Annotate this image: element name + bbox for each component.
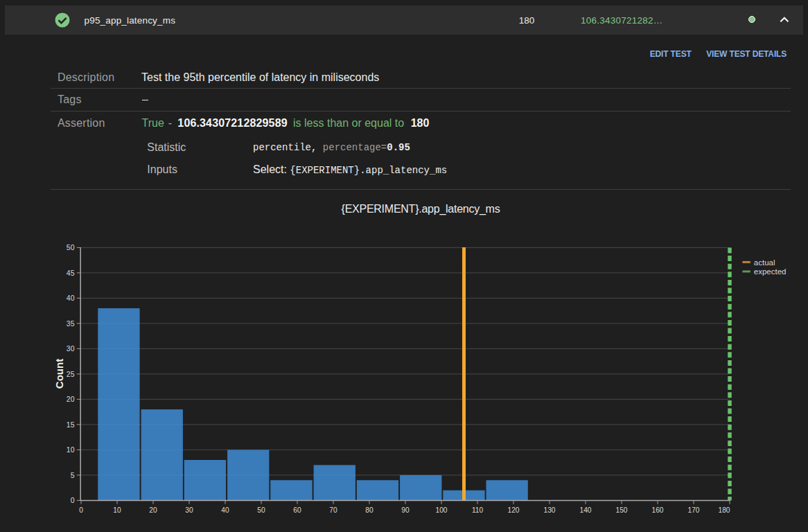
svg-text:140: 140 xyxy=(580,506,592,514)
svg-text:40: 40 xyxy=(67,294,75,302)
svg-text:110: 110 xyxy=(472,506,484,514)
svg-text:50: 50 xyxy=(67,243,75,251)
svg-text:expected: expected xyxy=(754,267,787,276)
svg-text:15: 15 xyxy=(67,420,75,429)
svg-text:0: 0 xyxy=(71,496,75,504)
svg-text:Count: Count xyxy=(53,359,65,389)
svg-text:80: 80 xyxy=(365,506,374,514)
svg-text:35: 35 xyxy=(67,319,75,328)
svg-text:180: 180 xyxy=(719,506,730,514)
svg-text:90: 90 xyxy=(401,506,410,514)
svg-text:45: 45 xyxy=(67,269,75,277)
svg-text:25: 25 xyxy=(67,370,75,378)
svg-text:5: 5 xyxy=(71,471,75,479)
svg-text:50: 50 xyxy=(257,506,265,514)
svg-text:actual: actual xyxy=(754,258,775,267)
svg-text:160: 160 xyxy=(652,506,664,514)
svg-text:20: 20 xyxy=(67,395,75,403)
svg-text:120: 120 xyxy=(508,506,520,514)
svg-text:30: 30 xyxy=(185,506,193,514)
svg-text:150: 150 xyxy=(616,506,628,514)
svg-text:20: 20 xyxy=(149,506,157,514)
svg-text:40: 40 xyxy=(221,506,229,514)
svg-text:10: 10 xyxy=(113,506,121,514)
svg-text:60: 60 xyxy=(293,506,301,514)
svg-text:10: 10 xyxy=(67,445,75,454)
svg-text:0: 0 xyxy=(79,506,83,514)
svg-text:70: 70 xyxy=(329,506,337,514)
svg-text:130: 130 xyxy=(544,506,556,514)
svg-text:100: 100 xyxy=(436,506,448,514)
svg-text:30: 30 xyxy=(67,344,75,353)
svg-text:170: 170 xyxy=(688,506,700,514)
